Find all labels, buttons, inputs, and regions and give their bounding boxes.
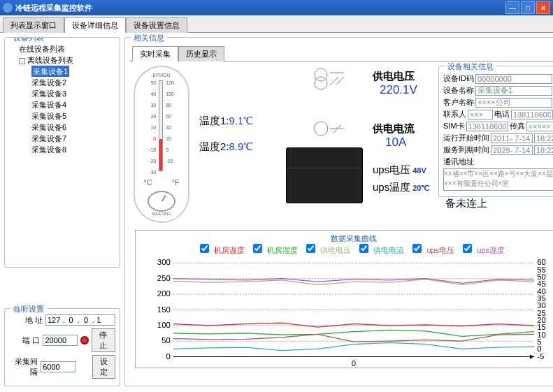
svg-text:-5: -5 <box>537 352 544 361</box>
temp2-value: 8.9℃ <box>229 140 254 152</box>
tree-online[interactable]: 在线设备列表 <box>9 43 115 55</box>
contact-label: 联系人 <box>443 109 466 119</box>
tab-realtime[interactable]: 实时采集 <box>132 46 178 61</box>
legend-checkbox[interactable] <box>306 244 315 253</box>
svg-text:150: 150 <box>157 305 171 314</box>
tree-item[interactable]: 采集设备7 <box>9 133 115 144</box>
svg-text:50: 50 <box>161 336 171 344</box>
svg-text:20: 20 <box>537 316 546 324</box>
port-input[interactable] <box>43 335 78 346</box>
svg-point-0 <box>315 68 327 81</box>
svg-text:60: 60 <box>537 258 546 266</box>
svg-text:5: 5 <box>537 337 541 346</box>
temp1-value: 9.1℃ <box>229 115 254 126</box>
svg-text:40: 40 <box>537 287 546 296</box>
thermometer-gauge: EPHOU 50403020100-10-20-30 1201008060402… <box>134 66 189 223</box>
tree-item[interactable]: 采集设备5 <box>9 110 115 122</box>
window-title: 冷链远程采集监控软件 <box>15 3 505 13</box>
port-label: 端 口 <box>9 335 40 346</box>
tree-item[interactable]: 采集设备4 <box>9 99 115 110</box>
listen-title: 临听设置 <box>10 304 47 314</box>
addr-input[interactable] <box>45 314 115 326</box>
supply-v-label: 供电电压 <box>373 70 436 83</box>
close-button[interactable]: ✕ <box>536 1 550 14</box>
maximize-button[interactable]: □ <box>521 1 535 14</box>
set-button[interactable]: 设定 <box>92 355 115 379</box>
svg-text:35: 35 <box>537 294 546 303</box>
svg-text:0: 0 <box>537 344 541 353</box>
svg-text:45: 45 <box>537 280 546 288</box>
minimize-button[interactable]: — <box>505 1 519 14</box>
ups-t-value: 20℃ <box>412 184 429 192</box>
tree-item[interactable]: 采集设备3 <box>9 88 115 99</box>
device-info-group: 设备相关信息 设备ID码 设备名称 客户名称 联系人电话 SIM卡传真 运行开始… <box>438 66 553 197</box>
svg-text:250: 250 <box>157 274 171 282</box>
status-light-icon <box>80 336 88 344</box>
contact-input[interactable] <box>468 110 493 119</box>
tab-list-window[interactable]: 列表显示窗口 <box>3 17 64 33</box>
svg-text:55: 55 <box>537 266 546 274</box>
svg-text:10: 10 <box>537 331 546 339</box>
interval-label: 采集间隔 <box>9 356 38 377</box>
ups-v-label: ups电压 <box>373 164 410 175</box>
ups-image <box>286 147 363 203</box>
legend-checkbox[interactable] <box>463 244 472 253</box>
end-time-input[interactable] <box>534 145 553 155</box>
end-date-input[interactable] <box>491 145 533 155</box>
title-bar: 冷链远程采集监控软件 — □ ✕ <box>0 0 553 15</box>
svg-text:25: 25 <box>537 309 546 317</box>
phone-label: 电话 <box>494 109 510 119</box>
connection-status: 备未连上 <box>445 197 553 210</box>
device-list-title: 设备列表 <box>10 37 47 43</box>
start-time-input[interactable] <box>534 133 553 143</box>
commaddr-input[interactable]: ××省××市××区××路×号××大厦××层 ×××有限责任公司×室 <box>443 168 553 191</box>
current-symbol-icon <box>286 118 370 143</box>
svg-line-7 <box>333 125 341 133</box>
cust-input[interactable] <box>475 98 552 108</box>
listen-group: 临听设置 地 址 端 口停止 采集间隔设定 <box>4 308 120 386</box>
start-label: 运行开始时间 <box>443 133 489 143</box>
tree-item[interactable]: 采集设备2 <box>9 77 115 88</box>
tree-item[interactable]: 采集设备6 <box>9 122 115 133</box>
phone-input[interactable] <box>511 110 553 119</box>
voltage-symbol-icon <box>286 66 370 97</box>
collapse-icon[interactable]: - <box>19 58 25 64</box>
legend-checkbox[interactable] <box>412 244 422 253</box>
tab-device-detail[interactable]: 设备详细信息 <box>64 17 126 33</box>
devinfo-title: 设备相关信息 <box>445 61 496 72</box>
svg-text:0: 0 <box>352 359 356 368</box>
tree-offline[interactable]: -离线设备列表 <box>9 55 115 66</box>
tree-item[interactable]: 采集设备8 <box>9 144 115 155</box>
id-label: 设备ID码 <box>443 73 474 84</box>
tree-item[interactable]: 采集设备1 <box>9 66 115 77</box>
supply-a-value: 10A <box>385 136 436 150</box>
sim-label: SIM卡 <box>443 121 465 131</box>
legend-checkbox[interactable] <box>253 244 262 253</box>
tab-history[interactable]: 历史显示 <box>178 46 224 61</box>
end-label: 服务到期时间 <box>443 145 489 155</box>
chart: 数据采集曲线 机房温度 机房湿度 供电电压 供电电流 ups电压 ups温度 0… <box>135 230 553 368</box>
id-input[interactable] <box>475 74 552 84</box>
sim-input[interactable] <box>466 122 508 131</box>
svg-point-1 <box>315 77 327 89</box>
addr-label: 地 址 <box>9 315 43 326</box>
app-icon <box>3 3 13 13</box>
chart-legend: 机房温度 机房湿度 供电电压 供电电流 ups电压 ups温度 <box>138 244 553 256</box>
legend-checkbox[interactable] <box>200 244 209 253</box>
svg-text:15: 15 <box>537 323 546 331</box>
svg-point-5 <box>314 122 328 136</box>
stop-button[interactable]: 停止 <box>92 328 115 352</box>
legend-checkbox[interactable] <box>359 244 368 253</box>
supply-v-value: 220.1V <box>380 83 436 97</box>
start-date-input[interactable] <box>491 133 533 143</box>
temp1-label: 温度1: <box>199 115 229 126</box>
svg-text:100: 100 <box>157 321 171 329</box>
name-input[interactable] <box>475 86 552 96</box>
tab-device-settings[interactable]: 设备设置信息 <box>126 17 187 33</box>
ups-t-label: ups温度 <box>373 181 410 193</box>
fax-input[interactable] <box>526 122 553 131</box>
svg-text:300: 300 <box>157 258 171 266</box>
chart-title: 数据采集曲线 <box>138 233 553 244</box>
fax-label: 传真 <box>510 121 525 131</box>
interval-input[interactable] <box>41 361 76 372</box>
